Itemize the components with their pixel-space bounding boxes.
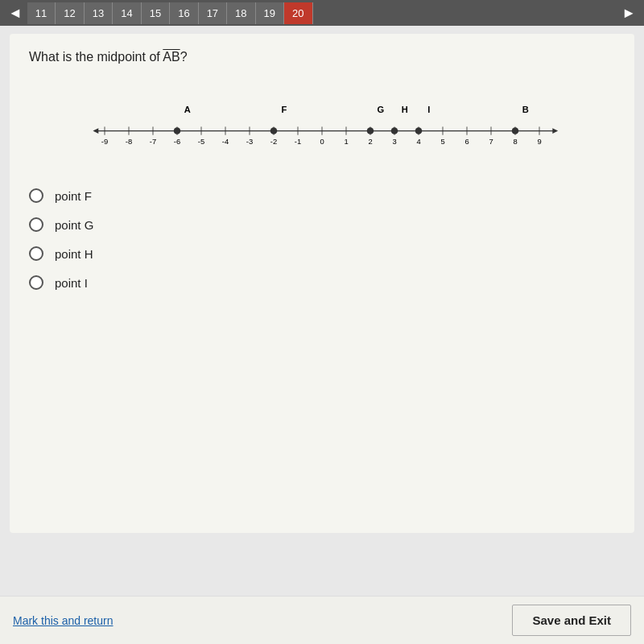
svg-text:4: 4 [416, 137, 420, 146]
svg-text:7: 7 [489, 137, 493, 146]
svg-point-51 [415, 127, 423, 134]
radio-circle-F [29, 188, 43, 203]
radio-circle-I [29, 275, 43, 290]
bottom-bar: Mark this and return Save and Exit [0, 596, 644, 644]
nav-tab-20[interactable]: 20 [284, 2, 312, 24]
question-text: What is the midpoint of AB? [29, 50, 615, 64]
svg-text:9: 9 [537, 137, 541, 146]
svg-marker-7 [93, 128, 98, 134]
number-line-container: A F G H I B [29, 80, 615, 164]
svg-point-47 [174, 127, 181, 134]
nav-tab-19[interactable]: 19 [256, 2, 284, 24]
option-text-H: point H [55, 247, 93, 261]
svg-text:5: 5 [440, 137, 444, 146]
answer-choices: point Fpoint Gpoint Hpoint I [29, 188, 615, 290]
svg-text:F: F [281, 105, 287, 114]
svg-text:-1: -1 [295, 137, 301, 146]
svg-text:-5: -5 [198, 137, 204, 146]
nav-tab-12[interactable]: 12 [56, 2, 84, 24]
nav-tab-13[interactable]: 13 [85, 2, 113, 24]
nav-tab-18[interactable]: 18 [227, 2, 255, 24]
option-text-G: point G [55, 218, 93, 232]
nav-bar: ◄ 11121314151617181920 ► [0, 0, 644, 26]
radio-circle-G [29, 217, 43, 232]
svg-text:-3: -3 [246, 137, 253, 146]
svg-point-52 [512, 127, 519, 134]
svg-text:6: 6 [464, 137, 469, 146]
svg-text:1: 1 [344, 137, 348, 146]
nav-tab-17[interactable]: 17 [199, 2, 227, 24]
svg-text:H: H [402, 105, 408, 114]
answer-option-F[interactable]: point F [29, 188, 615, 203]
svg-text:-6: -6 [174, 137, 180, 146]
nav-tab-14[interactable]: 14 [113, 2, 141, 24]
svg-point-49 [367, 127, 374, 134]
svg-point-48 [270, 127, 278, 134]
option-text-F: point F [55, 189, 92, 203]
svg-text:-7: -7 [150, 137, 156, 146]
nav-tab-16[interactable]: 16 [170, 2, 198, 24]
main-content: What is the midpoint of AB? A F G H I B [10, 34, 634, 533]
mark-return-link[interactable]: Mark this and return [13, 614, 114, 627]
svg-text:0: 0 [320, 137, 324, 146]
svg-text:-2: -2 [270, 137, 277, 146]
svg-text:G: G [378, 105, 385, 114]
answer-option-I[interactable]: point I [29, 275, 615, 290]
number-line-svg: A F G H I B [29, 105, 615, 153]
svg-text:8: 8 [513, 137, 517, 146]
option-text-I: point I [55, 276, 88, 290]
answer-option-G[interactable]: point G [29, 217, 615, 232]
svg-text:B: B [522, 105, 529, 114]
svg-text:3: 3 [392, 137, 396, 146]
svg-text:-9: -9 [101, 137, 108, 146]
svg-text:-4: -4 [222, 137, 229, 146]
nav-tab-15[interactable]: 15 [142, 2, 170, 24]
radio-circle-H [29, 246, 43, 261]
svg-point-50 [391, 127, 398, 134]
answer-option-H[interactable]: point H [29, 246, 615, 261]
save-exit-button[interactable]: Save and Exit [512, 605, 631, 636]
svg-text:I: I [427, 105, 430, 114]
svg-text:-8: -8 [126, 137, 132, 146]
svg-text:2: 2 [368, 137, 372, 146]
svg-text:A: A [184, 105, 191, 114]
question-tabs: 11121314151617181920 [27, 2, 617, 24]
prev-arrow[interactable]: ◄ [3, 5, 27, 22]
next-arrow[interactable]: ► [617, 5, 641, 22]
nav-tab-11[interactable]: 11 [27, 2, 56, 24]
svg-marker-8 [552, 128, 558, 134]
